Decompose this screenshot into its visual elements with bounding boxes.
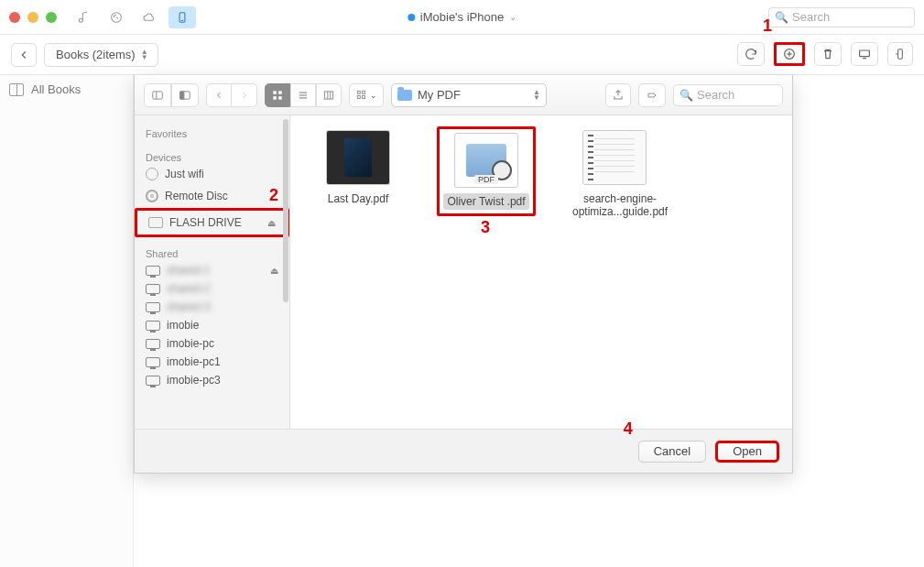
eject-icon[interactable]: ⏏	[267, 218, 276, 228]
grid-view-button[interactable]	[265, 83, 290, 107]
svg-rect-7	[860, 50, 870, 57]
maximize-window-icon[interactable]	[46, 12, 57, 23]
window-controls	[9, 12, 57, 23]
open-label: Open	[733, 444, 762, 458]
pdf-tag-label: PDF	[474, 175, 498, 184]
annotation-4: 4	[624, 420, 633, 439]
folder-icon	[397, 90, 412, 101]
sidebar-item-label: Remote Disc	[165, 190, 228, 202]
file-item-seo-guide[interactable]: search-engine-optimiza...guide.pdf	[569, 130, 660, 220]
sb-header-shared: Shared	[135, 243, 289, 261]
svg-rect-28	[363, 95, 365, 98]
cancel-label: Cancel	[654, 444, 690, 458]
dialog-body: Favorites Devices Just wifi Remote Disc …	[135, 115, 792, 429]
tag-button[interactable]	[638, 83, 666, 107]
sidebar-item-flash-drive[interactable]: FLASH DRIVE ⏏	[135, 208, 289, 237]
all-books-item[interactable]: All Books	[9, 82, 124, 96]
drive-icon	[148, 217, 163, 228]
history-icon[interactable]	[103, 6, 130, 28]
music-icon[interactable]	[70, 6, 97, 28]
left-sidebar: All Books	[0, 75, 134, 567]
sidebar-item-shared[interactable]: shared-1 ⏏	[135, 261, 289, 279]
delete-button[interactable]	[814, 42, 842, 66]
annotation-3: 3	[481, 218, 490, 237]
sidebar-toggle-right-button[interactable]	[171, 83, 199, 107]
sidebar-item-label: imobie	[167, 319, 199, 332]
file-name-label: Oliver Twist .pdf	[443, 193, 528, 210]
device-title-text: iMobie's iPhone	[420, 10, 504, 24]
toolbar-right-buttons	[737, 42, 913, 66]
view-mode-group	[265, 83, 342, 107]
monitor-icon	[146, 302, 160, 312]
phone-icon[interactable]	[168, 6, 196, 28]
nav-back-button[interactable]	[11, 43, 37, 67]
disk-icon	[146, 168, 158, 180]
list-view-button[interactable]	[290, 83, 316, 107]
window-title[interactable]: iMobie's iPhone ⌄	[408, 10, 516, 24]
all-books-label: All Books	[31, 82, 81, 96]
sidebar-item-shared[interactable]: shared-2	[135, 279, 289, 298]
svg-rect-16	[278, 91, 282, 94]
monitor-icon	[146, 339, 160, 349]
sidebar-toggle-left-button[interactable]	[144, 83, 171, 107]
share-button[interactable]	[605, 83, 631, 107]
file-item-last-day[interactable]: Last Day.pdf	[312, 130, 404, 207]
sidebar-item-label: FLASH DRIVE	[169, 216, 242, 229]
add-button[interactable]	[774, 42, 805, 66]
search-icon: 🔍	[775, 11, 788, 24]
annotation-2: 2	[269, 186, 278, 205]
file-thumbnail	[582, 130, 647, 185]
sidebar-item-imobie-pc3[interactable]: imobie-pc3	[135, 371, 289, 389]
monitor-icon	[146, 357, 160, 367]
path-dropdown[interactable]: My PDF ▲▼	[391, 83, 547, 107]
dialog-footer: 4 Cancel Open	[135, 429, 792, 473]
column-view-button[interactable]	[316, 83, 342, 107]
spiral-binding-icon	[588, 135, 593, 180]
scrollbar[interactable]	[283, 119, 288, 302]
chevron-down-icon: ⌄	[509, 12, 516, 22]
svg-rect-14	[180, 91, 184, 98]
monitor-icon	[146, 376, 160, 386]
file-name-label: Last Day.pdf	[324, 191, 392, 207]
to-computer-button[interactable]	[851, 42, 878, 66]
svg-rect-15	[273, 91, 277, 94]
close-window-icon[interactable]	[9, 12, 20, 23]
dialog-forward-button[interactable]	[232, 83, 257, 107]
monitor-icon	[146, 284, 160, 294]
cloud-icon[interactable]	[136, 6, 163, 28]
sidebar-item-imobie-pc1[interactable]: imobie-pc1	[135, 353, 289, 371]
file-name-label: search-engine-optimiza...guide.pdf	[569, 191, 671, 220]
search-icon: 🔍	[679, 89, 693, 102]
open-button[interactable]: Open	[715, 441, 779, 463]
sidebar-item-label: shared-3	[167, 300, 210, 313]
sidebar-item-just-wifi[interactable]: Just wifi	[135, 165, 289, 183]
file-thumbnail	[326, 130, 390, 185]
group-dropdown[interactable]: ⌄	[349, 83, 384, 107]
search-input-top[interactable]: 🔍 Search	[768, 7, 915, 27]
dialog-search-input[interactable]: 🔍 Search	[673, 84, 783, 106]
eject-icon[interactable]: ⏏	[270, 266, 278, 276]
books-dropdown[interactable]: Books (2items) ▲▼	[44, 43, 158, 67]
sidebar-item-label: imobie-pc	[167, 337, 214, 350]
path-label: My PDF	[418, 88, 461, 102]
file-open-dialog: ⌄ My PDF ▲▼ 🔍 Search Favorites Devices	[134, 75, 793, 474]
sidebar-item-remote-disc[interactable]: Remote Disc 2	[135, 183, 289, 208]
svg-rect-17	[273, 96, 277, 100]
refresh-button[interactable]	[737, 42, 765, 66]
minimize-window-icon[interactable]	[27, 12, 38, 23]
updown-icon: ▲▼	[533, 90, 540, 101]
sidebar-item-shared[interactable]: shared-3	[135, 298, 289, 316]
sidebar-item-imobie[interactable]: imobie	[135, 316, 289, 334]
dialog-back-button[interactable]	[206, 83, 232, 107]
sidebar-item-imobie-pc[interactable]: imobie-pc	[135, 334, 289, 353]
cancel-button[interactable]: Cancel	[638, 441, 706, 463]
sb-header-devices: Devices	[135, 147, 289, 165]
sidebar-item-label: imobie-pc3	[167, 374, 221, 387]
app-toolbar: Books (2items) ▲▼ 1	[0, 35, 924, 75]
file-item-oliver-twist[interactable]: PDF Oliver Twist .pdf 3	[440, 130, 532, 218]
to-device-button[interactable]	[887, 42, 913, 66]
svg-rect-26	[363, 91, 365, 93]
svg-rect-22	[324, 91, 332, 98]
sidebar-toggle-group	[144, 83, 199, 107]
sidebar-item-label: imobie-pc1	[167, 355, 221, 368]
